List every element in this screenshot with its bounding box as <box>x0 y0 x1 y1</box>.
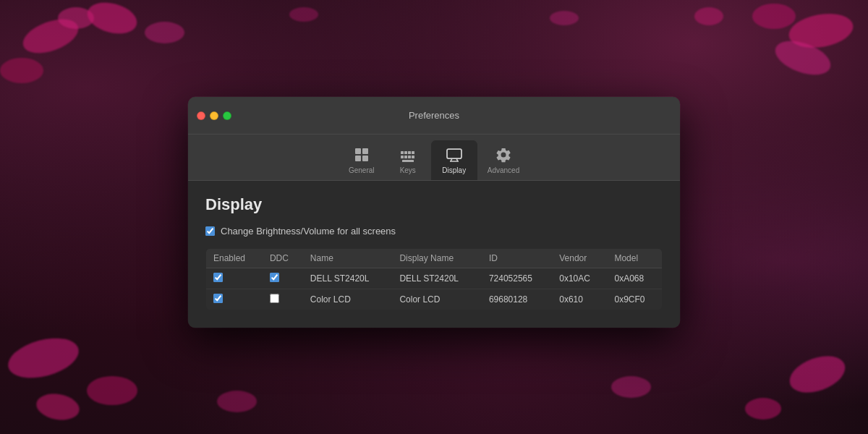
displays-table: Enabled DDC Name Display Name ID Vendor … <box>205 248 663 310</box>
svg-rect-3 <box>362 156 368 161</box>
cell-vendor-0: 0x10AC <box>552 268 607 289</box>
cell-enabled-0[interactable] <box>206 268 263 289</box>
flower-decoration <box>217 391 257 412</box>
tab-advanced-label: Advanced <box>488 166 519 174</box>
flower-decoration <box>611 376 651 398</box>
general-icon <box>352 145 372 165</box>
flower-decoration <box>289 7 318 22</box>
cell-name-0: DELL ST2420L <box>303 268 393 289</box>
cell-id-1: 69680128 <box>482 289 552 310</box>
flower-decoration <box>0 58 43 83</box>
tab-display-label: Display <box>442 166 466 174</box>
keys-icon <box>398 145 418 165</box>
col-vendor: Vendor <box>552 249 607 268</box>
close-button[interactable] <box>197 111 205 120</box>
tab-general-label: General <box>349 166 375 174</box>
svg-rect-13 <box>447 149 461 158</box>
enabled-checkbox-1[interactable] <box>213 294 223 303</box>
flower-decoration <box>550 11 579 25</box>
gear-icon <box>493 145 514 165</box>
display-icon <box>444 145 464 165</box>
table-row: Color LCD Color LCD 69680128 0x610 0x9CF… <box>206 289 663 310</box>
cell-name-1: Color LCD <box>303 289 393 310</box>
table-body: DELL ST2420L DELL ST2420L 724052565 0x10… <box>206 268 663 310</box>
page-title: Display <box>205 195 663 214</box>
brightness-label: Change Brightness/Volume for all screens <box>221 226 396 237</box>
enabled-checkbox-0[interactable] <box>213 273 223 282</box>
cell-enabled-1[interactable] <box>206 289 263 310</box>
tab-display[interactable]: Display <box>431 140 477 180</box>
col-ddc: DDC <box>263 249 303 268</box>
svg-rect-8 <box>401 156 404 158</box>
brightness-checkbox[interactable] <box>205 226 215 236</box>
svg-rect-7 <box>412 151 414 154</box>
brightness-checkbox-row: Change Brightness/Volume for all screens <box>205 226 663 237</box>
svg-rect-11 <box>412 156 414 158</box>
col-name: Name <box>303 249 393 268</box>
col-enabled: Enabled <box>206 249 263 268</box>
cell-model-1: 0x9CF0 <box>607 289 662 310</box>
ddc-checkbox-0[interactable] <box>270 273 279 282</box>
cell-dispname-0: DELL ST2420L <box>392 268 482 289</box>
cell-vendor-1: 0x610 <box>552 289 607 310</box>
svg-rect-10 <box>408 156 411 158</box>
flower-decoration <box>694 7 723 25</box>
col-display-name: Display Name <box>392 249 482 268</box>
svg-rect-4 <box>401 151 404 154</box>
svg-rect-2 <box>362 148 368 154</box>
window-title: Preferences <box>409 110 459 121</box>
minimize-button[interactable] <box>210 111 218 120</box>
table-row: DELL ST2420L DELL ST2420L 724052565 0x10… <box>206 268 663 289</box>
content-area: Display Change Brightness/Volume for all… <box>188 181 680 328</box>
tab-general[interactable]: General <box>339 140 385 180</box>
toolbar: General Keys <box>188 135 680 181</box>
maximize-button[interactable] <box>223 111 231 120</box>
tab-keys[interactable]: Keys <box>385 140 431 180</box>
svg-rect-6 <box>408 151 411 154</box>
preferences-window: Preferences General <box>188 97 680 328</box>
col-id: ID <box>482 249 552 268</box>
cell-dispname-1: Color LCD <box>392 289 482 310</box>
svg-rect-9 <box>404 156 407 158</box>
cell-ddc-0[interactable] <box>263 268 303 289</box>
titlebar: Preferences <box>188 97 680 135</box>
flower-decoration <box>745 398 781 420</box>
table-header: Enabled DDC Name Display Name ID Vendor … <box>206 249 663 268</box>
tab-keys-label: Keys <box>400 166 416 174</box>
cell-ddc-1[interactable] <box>263 289 303 310</box>
traffic-lights <box>197 111 231 120</box>
cell-id-0: 724052565 <box>482 268 552 289</box>
flower-decoration <box>752 4 796 29</box>
svg-rect-5 <box>404 151 407 154</box>
svg-rect-12 <box>402 160 414 162</box>
col-model: Model <box>607 249 662 268</box>
flower-decoration <box>87 376 137 405</box>
svg-rect-1 <box>355 156 361 161</box>
flower-decoration <box>145 22 184 43</box>
ddc-checkbox-1[interactable] <box>270 294 279 303</box>
svg-rect-0 <box>355 148 361 154</box>
cell-model-0: 0xA068 <box>607 268 662 289</box>
tab-advanced[interactable]: Advanced <box>477 140 529 180</box>
